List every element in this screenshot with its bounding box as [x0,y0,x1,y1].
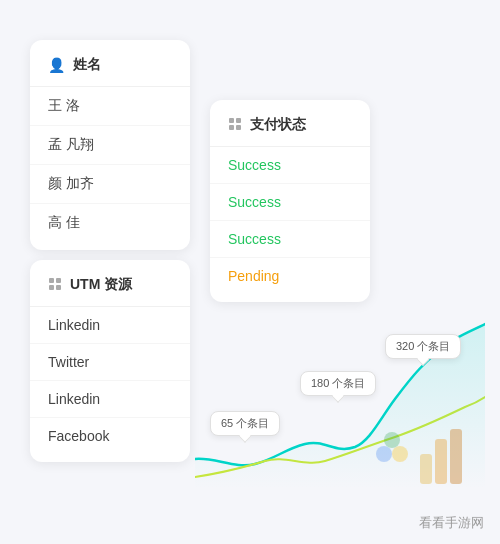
svg-rect-4 [229,118,234,123]
panel-payment: 支付状态 Success Success Success Pending [210,100,370,302]
svg-rect-0 [49,278,54,283]
panel-utm: UTM 资源 Linkedin Twitter Linkedin Faceboo… [30,260,190,462]
payment-row-1: Success [210,147,370,184]
panel-names: 👤 姓名 王 洛 孟 凡翔 颜 加齐 高 佳 [30,40,190,250]
tooltip-180: 180 个条目 [300,371,376,396]
utm-icon [48,277,62,294]
utm-panel-header: UTM 资源 [30,276,190,307]
tooltip-320-label: 320 个条目 [396,340,450,352]
watermark: 看看手游网 [419,514,484,532]
name-row-3: 颜 加齐 [30,165,190,204]
utm-row-3: Linkedin [30,381,190,418]
svg-rect-10 [450,429,462,484]
payment-panel-title: 支付状态 [250,116,306,134]
ads-icon [374,428,410,464]
names-panel-title: 姓名 [73,56,101,74]
svg-rect-8 [420,454,432,484]
svg-rect-7 [236,125,241,130]
utm-row-4: Facebook [30,418,190,454]
names-panel-header: 👤 姓名 [30,56,190,87]
watermark-text: 看看手游网 [419,515,484,530]
svg-rect-6 [229,125,234,130]
payment-panel-header: 支付状态 [210,116,370,147]
svg-rect-2 [49,285,54,290]
utm-row-2: Twitter [30,344,190,381]
svg-rect-1 [56,278,61,283]
svg-point-12 [392,446,408,462]
svg-rect-5 [236,118,241,123]
tooltip-65: 65 个条目 [210,411,280,436]
deco-bars [420,424,468,484]
svg-point-11 [376,446,392,462]
svg-rect-9 [435,439,447,484]
main-container: 👤 姓名 王 洛 孟 凡翔 颜 加齐 高 佳 UTM 资源 Linkedin T… [0,0,500,544]
name-row-2: 孟 凡翔 [30,126,190,165]
utm-panel-title: UTM 资源 [70,276,132,294]
payment-row-3: Success [210,221,370,258]
svg-rect-3 [56,285,61,290]
tooltip-65-label: 65 个条目 [221,417,269,429]
payment-icon [228,117,242,134]
svg-point-13 [384,432,400,448]
tooltip-180-label: 180 个条目 [311,377,365,389]
name-row-4: 高 佳 [30,204,190,242]
utm-row-1: Linkedin [30,307,190,344]
person-icon: 👤 [48,57,65,73]
payment-row-2: Success [210,184,370,221]
payment-row-4: Pending [210,258,370,294]
name-row-1: 王 洛 [30,87,190,126]
tooltip-320: 320 个条目 [385,334,461,359]
